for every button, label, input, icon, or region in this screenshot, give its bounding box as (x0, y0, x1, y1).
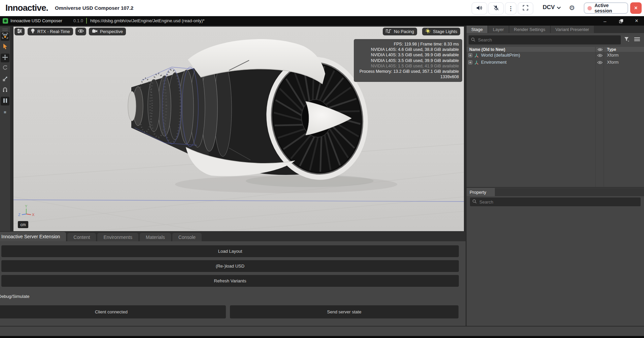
stage-lights-button[interactable]: Stage Lights (422, 28, 460, 35)
refresh-variants-button[interactable]: Refresh Variants (1, 275, 459, 287)
tab-property[interactable]: Property (467, 188, 495, 196)
prim-type: Xform (607, 60, 619, 65)
camera-button[interactable]: Perspective (89, 28, 126, 35)
expand-icon[interactable]: + (468, 53, 472, 57)
snap-tool-button[interactable] (1, 86, 9, 95)
stat-line: NVIDIA L40S: 1.5 GiB used, 41.9 GiB avai… (357, 63, 459, 69)
performance-stats-overlay: FPS: 119.98 | Frame time: 8.33 ms NVIDIA… (354, 39, 462, 82)
xform-icon (474, 53, 479, 59)
tab-render-settings[interactable]: Render Settings (509, 26, 550, 33)
pacing-label: No Pacing (394, 29, 414, 34)
sliders-icon (17, 29, 22, 34)
stop-playback-button[interactable]: ■ (1, 107, 9, 116)
tab-content[interactable]: Content (67, 233, 96, 241)
lightbulb-icon (31, 28, 35, 35)
tab-materials[interactable]: Materials (140, 233, 171, 241)
units-badge: cm (18, 221, 28, 228)
tree-row-world[interactable]: + World (defaultPrim) Xform (467, 52, 644, 59)
reload-usd-button[interactable]: (Re-)load USD (1, 260, 459, 272)
close-window-button[interactable]: × (632, 17, 642, 25)
stop-icon: ■ (4, 110, 6, 114)
prim-name[interactable]: Environment (481, 60, 507, 65)
panel-splitter[interactable] (466, 232, 467, 326)
move-tool-button[interactable] (1, 54, 9, 62)
filter-icon[interactable] (624, 37, 630, 43)
dcv-dropdown[interactable]: DCV (543, 4, 561, 11)
scale-icon (2, 76, 8, 83)
stage-light-icon (425, 28, 431, 35)
stage-search-input[interactable] (477, 37, 618, 43)
bottom-panel: Innoactive Server Extension Content Envi… (0, 232, 466, 326)
fullscreen-button[interactable] (518, 2, 533, 14)
mic-mute-button[interactable] (488, 2, 504, 14)
session-status-dot (587, 6, 592, 10)
kebab-icon: ⋮ (508, 5, 514, 12)
tree-header: Name (Old to New) Type (467, 47, 644, 52)
right-panel: Stage Layer Render Settings Variant Pres… (467, 26, 644, 326)
session-label: Active session (595, 3, 628, 13)
name-column-header[interactable]: Name (Old to New) (469, 47, 505, 52)
property-search-input[interactable] (479, 199, 638, 205)
tab-innoactive-server-extension[interactable]: Innoactive Server Extension (0, 232, 66, 241)
document-url: https://dsbg.gmbh/ov/JetEngine/JetEngine… (90, 18, 205, 23)
tree-row-environment[interactable]: + Environment Xform (467, 59, 644, 66)
stat-line: Process Memory: 13.2 GiB used, 357.1 GiB… (357, 69, 459, 74)
panel-options-icon[interactable] (634, 37, 640, 43)
pacing-button[interactable]: No Pacing (383, 28, 417, 35)
stat-line: NVIDIA L40S: 4.6 GiB used, 38.8 GiB avai… (357, 47, 459, 52)
minimize-button[interactable]: – (600, 17, 610, 25)
tab-console[interactable]: Console (172, 233, 202, 241)
axis-label-y: Y (25, 205, 28, 208)
client-connected-button[interactable]: Client connected (0, 305, 226, 318)
load-layout-button[interactable]: Load Layout (1, 245, 459, 257)
camera-icon (92, 29, 98, 34)
maximize-button[interactable] (616, 17, 626, 25)
select-tool-button[interactable] (1, 43, 9, 52)
viewport-toolbar-left: ■ (0, 27, 10, 231)
eye-icon[interactable] (597, 53, 603, 58)
more-options-button[interactable]: ⋮ (505, 2, 516, 14)
close-icon: × (634, 5, 637, 11)
magnet-icon (2, 87, 8, 94)
pause-playback-button[interactable] (1, 97, 9, 105)
settings-gear-button[interactable]: ⚙ (569, 4, 575, 12)
tab-stage[interactable]: Stage (467, 26, 487, 33)
viewport-resolution: 1339x608 (357, 74, 459, 80)
platform-header: Innoactive. Omniverse USD Composer 107.2… (0, 0, 644, 16)
status-bar (0, 326, 644, 336)
chevron-down-icon (557, 4, 561, 11)
viewport-settings-button[interactable] (14, 28, 25, 35)
send-server-state-button[interactable]: Send server state (230, 305, 459, 318)
search-icon (472, 199, 477, 205)
tab-layer[interactable]: Layer (488, 26, 509, 33)
stage-search[interactable] (469, 35, 621, 44)
property-tabstrip: Property (467, 188, 644, 196)
move-icon (2, 54, 8, 62)
camera-label: Perspective (100, 29, 123, 34)
property-search[interactable] (470, 197, 641, 206)
axis-gizmo: Y X Z (18, 205, 35, 220)
eye-icon (78, 29, 84, 34)
viewport[interactable]: RTX - Real-Time Perspective No Pacing St… (13, 27, 464, 231)
eye-icon[interactable] (597, 60, 603, 65)
stage-panel-tabs: Stage Layer Render Settings Variant Pres… (467, 26, 644, 33)
window-app-version: 0.1.0 (73, 18, 83, 23)
active-session-button[interactable]: Active session (584, 2, 628, 14)
scale-tool-button[interactable] (1, 75, 9, 84)
expand-icon[interactable]: + (468, 60, 472, 64)
type-column-header[interactable]: Type (607, 47, 616, 52)
tab-variant-presenter[interactable]: Variant Presenter (551, 26, 594, 33)
visibility-column-header[interactable] (598, 48, 603, 52)
pause-icon (3, 98, 7, 104)
end-session-button[interactable]: × (630, 2, 642, 14)
tab-environments[interactable]: Environments (97, 233, 138, 241)
renderer-label: RTX - Real-Time (37, 29, 70, 34)
visibility-flags-button[interactable] (75, 28, 86, 35)
prim-name[interactable]: World (defaultPrim) (481, 53, 520, 58)
renderer-button[interactable]: RTX - Real-Time (28, 28, 73, 35)
rotate-tool-button[interactable] (1, 64, 9, 73)
selection-mode-button[interactable] (1, 32, 9, 41)
cubes-icon (2, 32, 8, 40)
app-title: Omniverse USD Composer 107.2 (55, 5, 133, 11)
volume-button[interactable] (472, 2, 487, 14)
